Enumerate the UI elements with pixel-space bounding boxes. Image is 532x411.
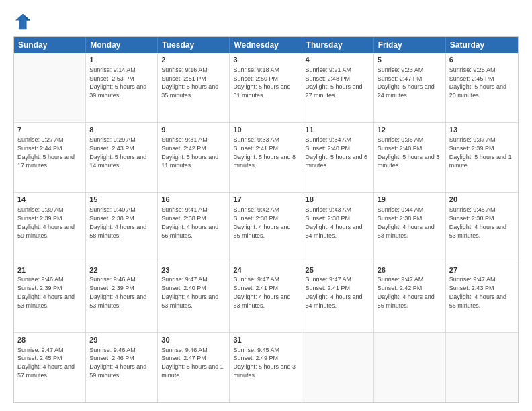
sun-info: Sunrise: 9:47 AM Sunset: 2:40 PM Dayligh… [161, 276, 218, 308]
day-number: 19 [378, 195, 442, 205]
calendar-week-row: 14Sunrise: 9:39 AM Sunset: 2:39 PM Dayli… [14, 192, 518, 262]
calendar-cell: 23Sunrise: 9:47 AM Sunset: 2:40 PM Dayli… [158, 263, 230, 332]
sun-info: Sunrise: 9:14 AM Sunset: 2:53 PM Dayligh… [89, 66, 146, 99]
sun-info: Sunrise: 9:21 AM Sunset: 2:48 PM Dayligh… [306, 66, 363, 99]
calendar-header-day: Monday [86, 37, 158, 53]
sun-info: Sunrise: 9:47 AM Sunset: 2:41 PM Dayligh… [306, 276, 363, 308]
sun-info: Sunrise: 9:46 AM Sunset: 2:46 PM Dayligh… [89, 347, 146, 379]
calendar-cell: 22Sunrise: 9:46 AM Sunset: 2:39 PM Dayli… [86, 263, 158, 332]
calendar-cell: 27Sunrise: 9:47 AM Sunset: 2:43 PM Dayli… [446, 263, 518, 332]
calendar-cell: 7Sunrise: 9:27 AM Sunset: 2:44 PM Daylig… [14, 123, 86, 192]
calendar-cell: 6Sunrise: 9:25 AM Sunset: 2:45 PM Daylig… [446, 53, 518, 122]
sun-info: Sunrise: 9:47 AM Sunset: 2:43 PM Dayligh… [449, 276, 506, 308]
day-number: 22 [89, 265, 154, 275]
day-number: 24 [233, 265, 298, 275]
sun-info: Sunrise: 9:29 AM Sunset: 2:43 PM Dayligh… [89, 136, 146, 169]
day-number: 30 [161, 335, 226, 345]
sun-info: Sunrise: 9:43 AM Sunset: 2:38 PM Dayligh… [306, 206, 363, 238]
day-number: 8 [89, 125, 154, 135]
day-number: 31 [233, 335, 298, 345]
sun-info: Sunrise: 9:39 AM Sunset: 2:39 PM Dayligh… [17, 206, 75, 238]
calendar-cell: 21Sunrise: 9:46 AM Sunset: 2:39 PM Dayli… [14, 263, 86, 332]
calendar-cell: 26Sunrise: 9:47 AM Sunset: 2:42 PM Dayli… [374, 263, 446, 332]
day-number: 26 [378, 265, 442, 275]
sun-info: Sunrise: 9:40 AM Sunset: 2:38 PM Dayligh… [89, 206, 146, 238]
calendar-cell: 13Sunrise: 9:37 AM Sunset: 2:39 PM Dayli… [446, 123, 518, 192]
sun-info: Sunrise: 9:16 AM Sunset: 2:51 PM Dayligh… [161, 66, 218, 99]
calendar-cell: 20Sunrise: 9:45 AM Sunset: 2:38 PM Dayli… [446, 193, 518, 262]
sun-info: Sunrise: 9:27 AM Sunset: 2:44 PM Dayligh… [17, 136, 75, 169]
header [13, 12, 519, 31]
calendar-cell: 12Sunrise: 9:36 AM Sunset: 2:40 PM Dayli… [374, 123, 446, 192]
calendar-cell: 24Sunrise: 9:47 AM Sunset: 2:41 PM Dayli… [230, 263, 302, 332]
calendar-week-row: 1Sunrise: 9:14 AM Sunset: 2:53 PM Daylig… [14, 53, 518, 122]
sun-info: Sunrise: 9:47 AM Sunset: 2:45 PM Dayligh… [17, 347, 75, 379]
day-number: 17 [233, 195, 298, 205]
svg-marker-0 [15, 14, 30, 29]
calendar-cell: 14Sunrise: 9:39 AM Sunset: 2:39 PM Dayli… [14, 193, 86, 262]
calendar-cell: 5Sunrise: 9:23 AM Sunset: 2:47 PM Daylig… [374, 53, 446, 122]
day-number: 16 [161, 195, 226, 205]
day-number: 10 [233, 125, 298, 135]
sun-info: Sunrise: 9:41 AM Sunset: 2:38 PM Dayligh… [161, 206, 218, 238]
day-number: 5 [378, 55, 442, 65]
sun-info: Sunrise: 9:36 AM Sunset: 2:40 PM Dayligh… [378, 136, 440, 169]
calendar-cell: 1Sunrise: 9:14 AM Sunset: 2:53 PM Daylig… [86, 53, 158, 122]
calendar-cell: 30Sunrise: 9:46 AM Sunset: 2:47 PM Dayli… [158, 333, 230, 402]
calendar-cell [374, 333, 446, 402]
calendar-cell: 19Sunrise: 9:44 AM Sunset: 2:38 PM Dayli… [374, 193, 446, 262]
day-number: 28 [17, 335, 82, 345]
sun-info: Sunrise: 9:46 AM Sunset: 2:39 PM Dayligh… [17, 276, 75, 308]
day-number: 23 [161, 265, 226, 275]
day-number: 15 [89, 195, 154, 205]
day-number: 27 [449, 265, 515, 275]
calendar-cell: 16Sunrise: 9:41 AM Sunset: 2:38 PM Dayli… [158, 193, 230, 262]
sun-info: Sunrise: 9:23 AM Sunset: 2:47 PM Dayligh… [378, 66, 435, 99]
day-number: 4 [306, 55, 370, 65]
calendar-cell: 4Sunrise: 9:21 AM Sunset: 2:48 PM Daylig… [302, 53, 374, 122]
sun-info: Sunrise: 9:37 AM Sunset: 2:39 PM Dayligh… [449, 136, 512, 169]
sun-info: Sunrise: 9:47 AM Sunset: 2:42 PM Dayligh… [378, 276, 435, 308]
sun-info: Sunrise: 9:34 AM Sunset: 2:40 PM Dayligh… [306, 136, 368, 169]
day-number: 12 [378, 125, 442, 135]
calendar-week-row: 21Sunrise: 9:46 AM Sunset: 2:39 PM Dayli… [14, 263, 518, 332]
calendar-header-day: Wednesday [230, 37, 302, 53]
sun-info: Sunrise: 9:44 AM Sunset: 2:38 PM Dayligh… [378, 206, 435, 238]
sun-info: Sunrise: 9:45 AM Sunset: 2:38 PM Dayligh… [449, 206, 506, 238]
calendar-cell: 28Sunrise: 9:47 AM Sunset: 2:45 PM Dayli… [14, 333, 86, 402]
calendar-header-day: Thursday [302, 37, 374, 53]
day-number: 14 [17, 195, 82, 205]
calendar-week-row: 28Sunrise: 9:47 AM Sunset: 2:45 PM Dayli… [14, 332, 518, 402]
calendar-header: SundayMondayTuesdayWednesdayThursdayFrid… [14, 37, 518, 53]
calendar-week-row: 7Sunrise: 9:27 AM Sunset: 2:44 PM Daylig… [14, 122, 518, 192]
calendar-header-day: Sunday [14, 37, 86, 53]
day-number: 2 [161, 55, 226, 65]
logo [13, 12, 35, 31]
sun-info: Sunrise: 9:46 AM Sunset: 2:47 PM Dayligh… [161, 347, 224, 379]
day-number: 1 [89, 55, 154, 65]
calendar-header-day: Friday [374, 37, 446, 53]
day-number: 20 [449, 195, 515, 205]
day-number: 7 [17, 125, 82, 135]
calendar-header-day: Saturday [446, 37, 518, 53]
day-number: 18 [306, 195, 370, 205]
calendar-cell: 10Sunrise: 9:33 AM Sunset: 2:41 PM Dayli… [230, 123, 302, 192]
calendar-cell: 17Sunrise: 9:42 AM Sunset: 2:38 PM Dayli… [230, 193, 302, 262]
calendar-cell: 31Sunrise: 9:45 AM Sunset: 2:49 PM Dayli… [230, 333, 302, 402]
day-number: 25 [306, 265, 370, 275]
calendar-cell [446, 333, 518, 402]
day-number: 13 [449, 125, 515, 135]
calendar-cell: 8Sunrise: 9:29 AM Sunset: 2:43 PM Daylig… [86, 123, 158, 192]
sun-info: Sunrise: 9:18 AM Sunset: 2:50 PM Dayligh… [233, 66, 290, 99]
calendar-cell: 29Sunrise: 9:46 AM Sunset: 2:46 PM Dayli… [86, 333, 158, 402]
calendar-cell: 3Sunrise: 9:18 AM Sunset: 2:50 PM Daylig… [230, 53, 302, 122]
calendar-header-day: Tuesday [158, 37, 230, 53]
calendar-cell: 18Sunrise: 9:43 AM Sunset: 2:38 PM Dayli… [302, 193, 374, 262]
day-number: 21 [17, 265, 82, 275]
sun-info: Sunrise: 9:31 AM Sunset: 2:42 PM Dayligh… [161, 136, 218, 169]
sun-info: Sunrise: 9:25 AM Sunset: 2:45 PM Dayligh… [449, 66, 506, 99]
calendar-cell: 15Sunrise: 9:40 AM Sunset: 2:38 PM Dayli… [86, 193, 158, 262]
day-number: 6 [449, 55, 515, 65]
calendar: SundayMondayTuesdayWednesdayThursdayFrid… [13, 36, 519, 403]
calendar-cell: 25Sunrise: 9:47 AM Sunset: 2:41 PM Dayli… [302, 263, 374, 332]
